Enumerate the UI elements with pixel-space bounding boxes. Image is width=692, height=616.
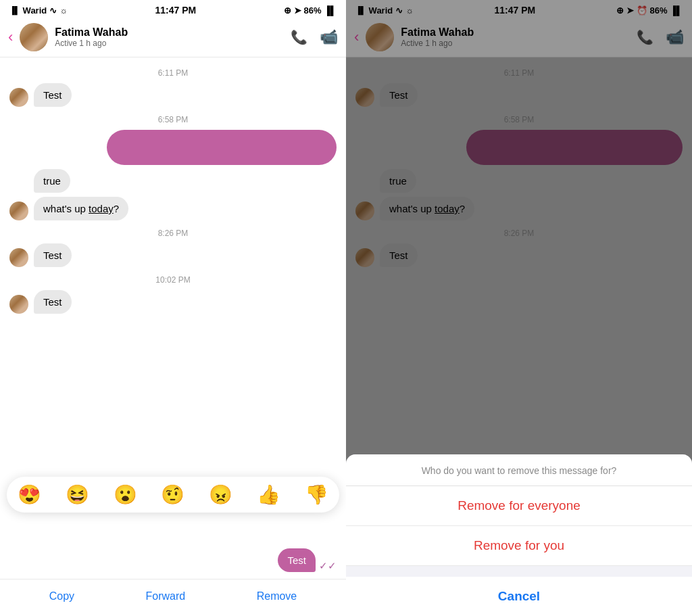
- left-panel: ▐▌ Warid ∿ ☼ 11:47 PM ⊕ ➤ 86% ▐▌ ‹ Fatim…: [0, 0, 346, 616]
- video-icon-left[interactable]: 📹: [320, 28, 338, 46]
- remove-for-everyone-option[interactable]: Remove for everyone: [346, 486, 692, 526]
- status-left-right: ▐▌ Warid ∿ ☼: [355, 5, 414, 16]
- header-icons-left: 📞 📹: [291, 28, 338, 46]
- message-bubble: Test: [34, 243, 72, 267]
- table-row: what's up today?: [9, 197, 337, 220]
- table-row: true: [355, 169, 683, 193]
- header-info-left: Fatima Wahab Active 1 h ago: [55, 26, 284, 48]
- table-row: Test: [355, 83, 683, 107]
- reaction-bar: 😍 😆 😮 🤨 😠 👍 👎: [7, 477, 339, 513]
- timestamp-r1: 6:11 PM: [355, 68, 683, 78]
- carrier-left: Warid: [23, 5, 47, 16]
- table-row: Test: [355, 243, 683, 267]
- status-bar-right: ▐▌ Warid ∿ ☼ 11:47 PM ⊕ ➤ ⏰ 86% ▐▌: [346, 0, 692, 19]
- emoji-thumbs-down[interactable]: 👎: [305, 483, 328, 506]
- avatar-image-right: [366, 23, 394, 51]
- table-row: Test: [9, 243, 337, 267]
- message-bubble: what's up today?: [34, 197, 128, 220]
- alarm-icon-right: ⏰: [637, 5, 647, 16]
- wifi-icon: ∿: [49, 5, 57, 16]
- table-row: Test: [9, 290, 337, 314]
- copy-button[interactable]: Copy: [49, 590, 74, 602]
- message-bubble: what's up today?: [380, 197, 474, 220]
- message-bubble: true: [380, 169, 416, 193]
- table-row: Test: [9, 83, 337, 107]
- table-row: what's up today?: [355, 197, 683, 220]
- avatar-msg-3: [9, 248, 28, 267]
- back-button-right[interactable]: ‹: [354, 28, 359, 46]
- self-message-bubble: Test: [278, 548, 316, 572]
- time-right: 11:47 PM: [495, 5, 536, 16]
- nav-icon: ➤: [294, 5, 301, 16]
- message-bubble-wide-right: [466, 130, 683, 165]
- timestamp-r3: 8:26 PM: [355, 229, 683, 238]
- chat-header-left: ‹ Fatima Wahab Active 1 h ago 📞 📹: [0, 19, 346, 57]
- battery-icon: ▐▌: [324, 5, 337, 16]
- nav-icon-right: ➤: [626, 5, 634, 16]
- right-panel: ▐▌ Warid ∿ ☼ 11:47 PM ⊕ ➤ ⏰ 86% ▐▌ ‹ Fat…: [346, 0, 692, 616]
- message-bubble: Test: [380, 243, 418, 267]
- avatar-msg-1: [9, 88, 28, 107]
- time-left: 11:47 PM: [155, 5, 197, 16]
- avatar-msg-4: [9, 295, 28, 314]
- avatar-msg-r2: [355, 202, 374, 220]
- status-bar-left: ▐▌ Warid ∿ ☼ 11:47 PM ⊕ ➤ 86% ▐▌: [0, 0, 346, 19]
- message-bubble: Test: [380, 83, 418, 107]
- video-icon-right[interactable]: 📹: [666, 28, 684, 46]
- forward-button[interactable]: Forward: [146, 590, 186, 602]
- modal-prompt: Who do you want to remove this message f…: [346, 454, 692, 486]
- wifi-icon-right: ∿: [395, 5, 403, 16]
- table-row: true: [9, 169, 337, 193]
- table-row: [9, 130, 337, 165]
- cancel-option[interactable]: Cancel: [346, 577, 692, 616]
- timestamp-1: 6:11 PM: [9, 68, 337, 78]
- signal-icon-right: ▐▌: [355, 6, 366, 14]
- message-area-left: 6:11 PM Test 6:58 PM true what's up toda…: [0, 57, 346, 579]
- refresh-icon-right: ☼: [405, 5, 414, 16]
- call-icon-right[interactable]: 📞: [637, 29, 653, 45]
- timestamp-2: 6:58 PM: [9, 115, 337, 124]
- timestamp-3: 8:26 PM: [9, 229, 337, 238]
- battery-left: 86%: [304, 5, 322, 16]
- remove-for-you-option[interactable]: Remove for you: [346, 526, 692, 566]
- emoji-laugh[interactable]: 😆: [66, 483, 89, 506]
- contact-status-left: Active 1 h ago: [55, 39, 284, 48]
- refresh-icon: ☼: [59, 5, 68, 16]
- carrier-right: Warid: [369, 5, 393, 16]
- emoji-heart-eyes[interactable]: 😍: [18, 483, 41, 506]
- battery-icon-right: ▐▌: [670, 5, 683, 16]
- emoji-angry[interactable]: 😠: [209, 483, 232, 506]
- emoji-thumbs-up[interactable]: 👍: [257, 483, 280, 506]
- avatar-msg-r3: [355, 248, 374, 267]
- contact-status-right: Active 1 h ago: [401, 39, 630, 48]
- status-left: ▐▌ Warid ∿ ☼: [9, 5, 68, 16]
- location-icon: ⊕: [284, 5, 291, 16]
- timestamp-4: 10:02 PM: [9, 275, 337, 285]
- remove-button[interactable]: Remove: [257, 590, 297, 602]
- bottom-actions-bar: Copy Forward Remove: [0, 579, 346, 616]
- battery-right: 86%: [650, 5, 668, 16]
- call-icon-left[interactable]: 📞: [291, 29, 307, 45]
- message-bubble: Test: [34, 290, 72, 314]
- emoji-suspicious[interactable]: 🤨: [161, 483, 184, 506]
- status-right-right: ⊕ ➤ ⏰ 86% ▐▌: [616, 5, 683, 16]
- read-tick-icon: ✓✓: [319, 560, 337, 572]
- self-message-row: Test ✓✓: [9, 548, 337, 572]
- avatar-left[interactable]: [20, 23, 48, 51]
- header-icons-right: 📞 📹: [637, 28, 684, 46]
- message-bubble: Test: [34, 83, 72, 107]
- location-icon-right: ⊕: [616, 5, 624, 16]
- avatar-right[interactable]: [366, 23, 394, 51]
- status-right: ⊕ ➤ 86% ▐▌: [284, 5, 337, 16]
- avatar-image-left: [20, 23, 48, 51]
- message-bubble-wide: [107, 130, 337, 165]
- message-bubble: true: [34, 169, 70, 193]
- back-button-left[interactable]: ‹: [8, 28, 13, 46]
- emoji-wow[interactable]: 😮: [114, 483, 137, 506]
- timestamp-r2: 6:58 PM: [355, 115, 683, 124]
- signal-icon: ▐▌: [9, 6, 20, 14]
- remove-message-modal: Who do you want to remove this message f…: [346, 454, 692, 616]
- contact-name-left: Fatima Wahab: [55, 26, 284, 39]
- contact-name-right: Fatima Wahab: [401, 26, 630, 39]
- avatar-msg-2: [9, 202, 28, 220]
